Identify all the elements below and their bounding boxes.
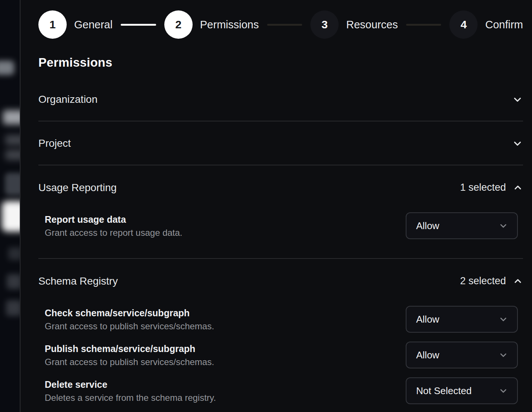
permission-select[interactable]: Allow xyxy=(406,342,518,368)
blurred-text-shape xyxy=(7,274,20,289)
section-usage-reporting: Usage Reporting 1 selected Report usage … xyxy=(38,165,523,259)
step-connector xyxy=(121,24,156,26)
permission-description: Deletes a service from the schema regist… xyxy=(45,393,216,403)
section-project: Project xyxy=(38,121,523,165)
chevron-up-icon xyxy=(513,276,523,286)
blurred-white-card xyxy=(2,201,20,232)
step-permissions[interactable]: 2 Permissions xyxy=(164,10,259,39)
blurred-text-shape xyxy=(5,150,20,160)
section-title: Schema Registry xyxy=(38,276,118,287)
chevron-down-icon xyxy=(498,314,508,324)
blurred-tile-shape xyxy=(5,173,20,195)
blurred-text-shape xyxy=(3,110,20,124)
page-title: Permissions xyxy=(38,55,523,70)
step-number-badge: 4 xyxy=(449,10,478,39)
permission-row-publish-schema: Publish schema/service/subgraph Grant ac… xyxy=(38,342,523,368)
section-title: Usage Reporting xyxy=(38,182,117,193)
chevron-down-icon xyxy=(498,221,508,231)
permission-row-report-usage-data: Report usage data Grant access to report… xyxy=(38,212,523,239)
section-schema-registry-header[interactable]: Schema Registry 2 selected xyxy=(38,259,523,287)
chevron-down-icon xyxy=(498,386,508,396)
step-number-badge: 3 xyxy=(310,10,339,39)
permission-row-delete-service: Delete service Deletes a service from th… xyxy=(38,377,523,404)
step-resources[interactable]: 3 Resources xyxy=(310,10,398,39)
permission-select-value: Allow xyxy=(416,349,439,361)
chevron-down-icon xyxy=(498,350,508,360)
blurred-pill-shape xyxy=(0,61,14,75)
blurred-text-shape xyxy=(8,247,20,260)
step-general[interactable]: 1 General xyxy=(38,10,113,39)
section-usage-reporting-header[interactable]: Usage Reporting 1 selected xyxy=(38,165,523,193)
permission-title: Report usage data xyxy=(45,214,183,225)
permission-select[interactable]: Not Selected xyxy=(406,377,518,404)
permission-select[interactable]: Allow xyxy=(406,212,518,239)
step-connector xyxy=(267,24,303,26)
section-title: Organization xyxy=(38,94,98,105)
step-connector xyxy=(406,24,441,26)
step-label: General xyxy=(74,19,113,31)
permission-select-value: Not Selected xyxy=(416,385,472,397)
chevron-up-icon xyxy=(513,183,523,193)
section-title: Project xyxy=(38,138,71,149)
chevron-down-icon xyxy=(512,138,523,149)
selected-count-badge: 2 selected xyxy=(460,275,506,287)
step-number-badge: 1 xyxy=(38,10,67,39)
permission-row-check-schema: Check schema/service/subgraph Grant acce… xyxy=(38,306,523,333)
step-number-badge: 2 xyxy=(164,10,193,39)
section-schema-registry: Schema Registry 2 selected Check schema/… xyxy=(38,259,523,404)
background-page-blurred xyxy=(0,0,20,412)
permission-description: Grant access to publish services/schemas… xyxy=(45,321,214,331)
step-label: Confirm xyxy=(485,19,523,31)
permission-title: Delete service xyxy=(45,379,216,390)
blurred-text-shape xyxy=(5,135,20,145)
permission-description: Grant access to publish services/schemas… xyxy=(45,357,214,367)
chevron-down-icon xyxy=(512,94,523,105)
step-confirm[interactable]: 4 Confirm xyxy=(449,10,523,39)
permission-select[interactable]: Allow xyxy=(406,306,518,333)
step-label: Permissions xyxy=(200,19,259,31)
permission-title: Check schema/service/subgraph xyxy=(45,308,214,318)
permission-description: Grant access to report usage data. xyxy=(45,228,183,238)
permission-select-value: Allow xyxy=(416,220,439,232)
permission-select-value: Allow xyxy=(416,314,439,325)
blurred-text-shape xyxy=(6,300,20,316)
section-organization-header[interactable]: Organization xyxy=(38,77,523,105)
section-project-header[interactable]: Project xyxy=(38,121,523,149)
wizard-stepper: 1 General 2 Permissions 3 Resources 4 Co… xyxy=(38,10,523,39)
permission-title: Publish schema/service/subgraph xyxy=(45,343,214,354)
selected-count-badge: 1 selected xyxy=(460,182,506,193)
permissions-wizard-panel: 1 General 2 Permissions 3 Resources 4 Co… xyxy=(20,0,532,412)
step-label: Resources xyxy=(346,19,398,31)
section-organization: Organization xyxy=(38,77,523,121)
